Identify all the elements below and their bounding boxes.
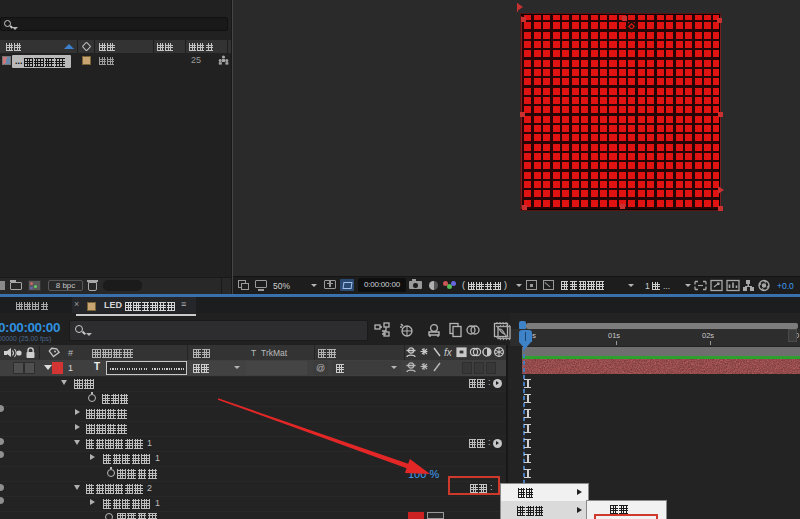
svg-text:fx: fx bbox=[444, 347, 453, 358]
